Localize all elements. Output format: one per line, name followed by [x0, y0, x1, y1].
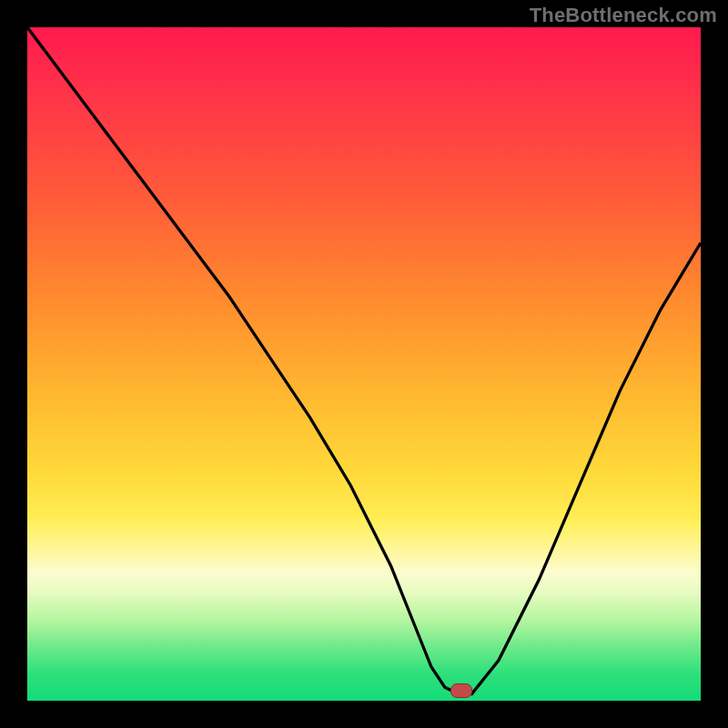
chart-frame: TheBottleneck.com	[0, 0, 728, 728]
plot-area	[27, 27, 701, 701]
watermark-text: TheBottleneck.com	[530, 4, 717, 27]
bottleneck-curve-path	[27, 27, 701, 694]
minimum-marker	[450, 683, 472, 698]
curve-svg	[27, 27, 701, 701]
